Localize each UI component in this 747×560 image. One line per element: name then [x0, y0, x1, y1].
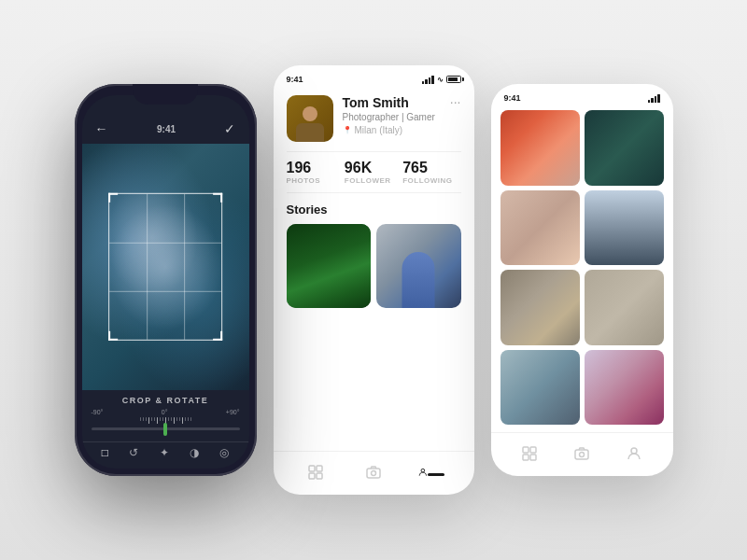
- gallery-statusbar: 9:41: [491, 84, 673, 106]
- gallery-nav-camera-icon[interactable]: [569, 441, 595, 467]
- grid-v1: [147, 194, 148, 340]
- stories-grid: [287, 224, 461, 308]
- tick: [157, 417, 158, 424]
- rotate-slider[interactable]: [92, 427, 240, 430]
- tick: [143, 417, 144, 421]
- signal-icon: [422, 76, 434, 84]
- crop-corner-tr: [213, 193, 222, 203]
- back-icon[interactable]: ←: [95, 121, 108, 136]
- svg-rect-2: [309, 473, 315, 479]
- svg-point-12: [579, 453, 584, 457]
- tick: [171, 417, 172, 421]
- tick: [174, 417, 175, 424]
- scene: ← 9:41 ✓: [56, 47, 692, 513]
- profile-info: Tom Smith Photographer | Gamer 📍 Milan (…: [343, 95, 441, 135]
- slider-min: -90°: [92, 409, 104, 415]
- tick: [182, 417, 183, 424]
- svg-rect-9: [523, 455, 529, 460]
- crop-slider-area: -90° 0° +90°: [82, 409, 249, 441]
- profile-location: 📍 Milan (Italy): [343, 125, 441, 135]
- gallery-thumb-red-hair[interactable]: [500, 110, 580, 186]
- stories-section: Stories: [274, 193, 474, 315]
- avatar-head: [303, 106, 317, 121]
- nav-camera-icon[interactable]: [360, 459, 387, 485]
- crop-screen: ← 9:41 ✓: [82, 95, 249, 469]
- slider-center: 0°: [162, 409, 168, 415]
- check-icon[interactable]: ✓: [224, 121, 235, 136]
- avatar: [287, 95, 333, 142]
- gallery-nav-gallery-icon[interactable]: [516, 441, 543, 467]
- gallery-thumb-tan[interactable]: [585, 270, 664, 345]
- signal-bar-1: [422, 81, 425, 84]
- avatar-person: [287, 106, 333, 142]
- crop-corner-tl: [108, 193, 118, 203]
- notch: [133, 84, 198, 105]
- story-thumb-1[interactable]: [287, 224, 372, 308]
- svg-point-5: [371, 471, 375, 476]
- stat-following-value: 765: [402, 160, 460, 176]
- rotate-tool-icon[interactable]: ↺: [129, 446, 138, 459]
- gallery-thumb-tubes[interactable]: [500, 270, 580, 345]
- crop-bottom-icons: □ ↺ ✦ ◑ ◎: [82, 441, 249, 469]
- signal-bar-3: [655, 96, 657, 103]
- nav-gallery-icon[interactable]: [303, 459, 329, 485]
- signal-bar-4: [431, 76, 434, 84]
- phone-profile: 9:41 ∿: [274, 65, 474, 495]
- gallery-thumb-dark-teal[interactable]: [585, 110, 664, 186]
- svg-point-13: [631, 448, 637, 454]
- tick: [151, 417, 152, 421]
- brightness-tool-icon[interactable]: ✦: [160, 446, 169, 459]
- tick: [179, 417, 180, 421]
- gallery-grid: [491, 106, 673, 432]
- more-options-button[interactable]: ···: [450, 95, 461, 108]
- gallery-row-4: [500, 350, 664, 426]
- svg-rect-7: [523, 447, 529, 453]
- svg-rect-0: [309, 466, 315, 471]
- crop-image-area: [82, 144, 249, 390]
- stat-following: 765 FOLLOWING: [402, 160, 460, 185]
- svg-rect-10: [530, 455, 536, 460]
- phone-gallery: 9:41: [491, 84, 673, 476]
- svg-rect-11: [575, 450, 588, 459]
- gallery-thumb-skin[interactable]: [500, 190, 580, 266]
- gallery-thumb-fence[interactable]: [500, 350, 580, 426]
- crop-corner-bl: [108, 331, 118, 341]
- status-time: 9:41: [157, 124, 176, 134]
- gallery-statusbar-right: [648, 94, 660, 103]
- stat-photos-value: 196: [287, 160, 345, 176]
- nav-profile-icon[interactable]: [418, 459, 444, 485]
- stat-photos: 196 PHOTOS: [287, 160, 345, 185]
- crop-overlay[interactable]: [108, 193, 222, 341]
- contrast-tool-icon[interactable]: ◑: [190, 446, 199, 459]
- stat-followers-label: FOLLOWER: [345, 176, 402, 185]
- profile-time: 9:41: [287, 75, 303, 84]
- gallery-thumb-hands[interactable]: [585, 350, 664, 426]
- crop-grid: [109, 194, 221, 340]
- slider-max: +90°: [226, 409, 240, 415]
- profile-name: Tom Smith: [343, 95, 441, 110]
- location-text: Milan (Italy): [355, 125, 403, 135]
- signal-bar-3: [429, 77, 431, 84]
- battery-icon: [446, 76, 461, 83]
- gallery-row-2: [500, 190, 664, 266]
- gallery-row-3: [500, 270, 664, 345]
- crop-corner-br: [213, 331, 222, 341]
- location-pin-icon: 📍: [343, 126, 352, 134]
- gallery-nav-profile-icon[interactable]: [621, 441, 647, 467]
- crop-tool-icon[interactable]: □: [102, 446, 108, 459]
- stat-photos-label: PHOTOS: [287, 176, 345, 185]
- grid-v2: [184, 194, 185, 340]
- tick: [140, 417, 141, 421]
- nav-active-indicator: [428, 473, 444, 476]
- profile-stats: 196 PHOTOS 96K FOLLOWER 765 FOLLOWING: [274, 152, 474, 192]
- statusbar-right: ∿: [422, 76, 461, 84]
- filter-tool-icon[interactable]: ◎: [219, 446, 229, 459]
- gallery-row-1: [500, 110, 664, 186]
- gallery-thumb-mountain[interactable]: [585, 190, 664, 266]
- svg-rect-8: [530, 447, 536, 453]
- tick: [160, 417, 161, 421]
- gallery-bottom-nav: [491, 432, 673, 476]
- stat-following-label: FOLLOWING: [402, 176, 460, 185]
- story-thumb-2[interactable]: [376, 224, 461, 308]
- signal-bar-2: [651, 98, 654, 103]
